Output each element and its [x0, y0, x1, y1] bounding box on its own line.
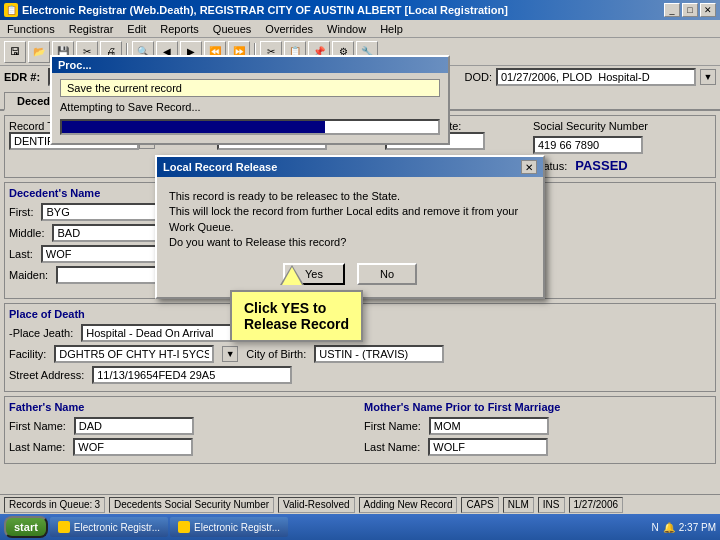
dialog-buttons: Yes No	[169, 263, 531, 285]
annotation-line2: Release Record	[244, 316, 349, 332]
dialog-body: This record is ready to be releasec to t…	[157, 177, 543, 297]
taskbar-icon-2	[178, 521, 190, 533]
dialog-overlay: Local Record Release ✕ This record is re…	[0, 0, 720, 514]
dialog-title-bar: Local Record Release ✕	[157, 157, 543, 177]
taskbar-notification-icon: 🔔	[663, 522, 675, 533]
dialog-close-btn[interactable]: ✕	[521, 160, 537, 174]
start-button[interactable]: start	[4, 516, 48, 538]
taskbar-icon-1	[58, 521, 70, 533]
dialog-message: This record is ready to be releasec to t…	[169, 189, 531, 251]
taskbar-item-1[interactable]: Electronic Registr...	[50, 517, 168, 537]
dialog-title-text: Local Record Release	[163, 161, 277, 173]
no-button[interactable]: No	[357, 263, 417, 285]
taskbar-item-2[interactable]: Electronic Registr...	[170, 517, 288, 537]
taskbar-right: N 🔔 2:37 PM	[652, 522, 716, 533]
local-record-release-dialog: Local Record Release ✕ This record is re…	[155, 155, 545, 299]
taskbar-time: 2:37 PM	[679, 522, 716, 533]
annotation-bubble: Click YES to Release Record	[230, 290, 363, 342]
taskbar-network-icon: N	[652, 522, 659, 533]
annotation-line1: Click YES to	[244, 300, 349, 316]
annotation-arrow-inner	[282, 267, 302, 285]
taskbar: start Electronic Registr... Electronic R…	[0, 514, 720, 540]
